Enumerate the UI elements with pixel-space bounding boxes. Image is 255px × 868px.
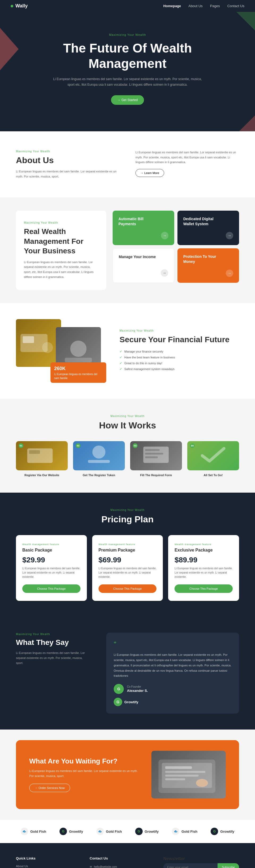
how-step-image-2: 03 — [130, 441, 182, 470]
footer-link-about[interactable]: About Us — [16, 865, 79, 868]
svg-rect-4 — [65, 358, 92, 362]
svg-rect-10 — [145, 449, 160, 451]
newsletter-button[interactable]: Subscribe — [218, 863, 239, 868]
nav-about[interactable]: About Us — [188, 4, 202, 8]
footer-newsletter: Newsletter Subscribe f t in ig — [163, 856, 239, 868]
secure-label: Maximizing Your Wealth — [119, 329, 239, 332]
svg-point-19 — [196, 779, 208, 787]
pricing-desc-2: Li European linguas es membres del sam f… — [174, 566, 233, 579]
check-icon-2: ✓ — [119, 361, 122, 365]
footer-contact-title: Contact Us — [90, 856, 153, 860]
svg-rect-1 — [23, 336, 34, 343]
logo[interactable]: Wally — [11, 3, 28, 9]
how-label: Maximizing Your Wealth — [16, 415, 239, 417]
how-step-label-3: All Set To Go! — [187, 473, 239, 477]
services-grid: Automatic Bill Payments → Dedicated Digi… — [113, 211, 239, 283]
hero-label: Maximizing Your Wealth — [32, 33, 223, 36]
svg-rect-16 — [165, 771, 205, 773]
partner-name-1: Growtify — [69, 830, 83, 834]
service-card-arrow-3: → — [226, 270, 233, 277]
testimonial-left: Maximizing Your Wealth What They Say Li … — [16, 633, 90, 665]
footer-contact: Contact Us ✉ hello@website.com 📍 Riversi… — [90, 856, 153, 868]
check-icon-1: ✓ — [119, 355, 122, 359]
service-card-arrow-2: → — [161, 269, 168, 277]
about-label: Maximizing Your Wealth — [16, 150, 119, 153]
company-icon: G — [114, 698, 122, 706]
check-icon-0: ✓ — [119, 350, 122, 353]
secure-list-item-1: ✓ Have the best team feature in business — [119, 355, 239, 359]
partner-goldfish-2: 🐟 Gold Fish — [172, 828, 197, 835]
secure-list-item-3: ✓ Safest management system nowadays — [119, 367, 239, 371]
footer-email: ✉ hello@website.com — [90, 865, 153, 868]
partner-goldfish-0: 🐟 Gold Fish — [21, 828, 46, 835]
service-card-title-3: Protection To Your Money — [183, 254, 221, 264]
how-it-works-section: Maximizing Your Wealth How It Works 01 R… — [0, 399, 255, 493]
hero-cta-button[interactable]: → Get Started — [111, 95, 144, 105]
how-title: How It Works — [16, 420, 239, 431]
secure-right: Maximizing Your Wealth Secure Your Finan… — [119, 329, 239, 373]
secure-image-1 — [16, 319, 61, 367]
service-card-1[interactable]: Dedicated Digital Wallet System → — [177, 211, 239, 245]
newsletter-form: Subscribe — [163, 863, 239, 868]
newsletter-input[interactable] — [163, 863, 218, 868]
testimonial-author: G Co-Founder Alexander S. — [114, 684, 232, 694]
service-card-arrow-1: → — [226, 232, 233, 239]
services-title: Real Wealth Management For Your Business — [24, 227, 98, 256]
secure-images: 260K Li European linguas es membres del … — [16, 319, 106, 383]
about-cta-button[interactable]: → Learn More — [136, 169, 164, 177]
growtify-icon-2: G — [210, 828, 218, 835]
pricing-card-0: Wealth management feature Basic Package … — [16, 535, 87, 601]
service-card-2[interactable]: Manage Your Income → — [113, 248, 174, 283]
service-card-3[interactable]: Protection To Your Money → — [177, 248, 239, 283]
nav-homepage[interactable]: Homepage — [163, 4, 181, 8]
how-step-label-0: Register Via Our Website — [16, 473, 68, 477]
company-name: Growtify — [124, 700, 138, 704]
pricing-feature-label-0: Wealth management feature — [22, 543, 81, 546]
svg-rect-17 — [165, 775, 199, 777]
cta-left: What Are You Waiting For? Li European li… — [29, 757, 141, 792]
pricing-card-2: Wealth management feature Exclusive Pack… — [168, 535, 239, 601]
growtify-icon-1: G — [135, 828, 143, 835]
pricing-desc-0: Li European linguas es membres del sam f… — [22, 566, 81, 579]
svg-rect-18 — [165, 778, 186, 780]
testimonial-card: " Li European linguas es membres del sam… — [106, 633, 239, 714]
hero-decoration-left — [0, 28, 19, 70]
cta-image — [151, 751, 226, 799]
footer-email-text: hello@website.com — [94, 865, 117, 868]
testimonial-quote: Li European linguas es membres del sam f… — [114, 652, 232, 679]
nav-pages[interactable]: Pages — [210, 4, 220, 8]
cta-button[interactable]: → Order Services Now — [29, 784, 70, 792]
about-left: Maximizing Your Wealth About Us Li Europ… — [16, 150, 119, 179]
cta-description: Li European linguas es membres del sam f… — [29, 769, 141, 778]
how-step-num-3: 04 — [190, 443, 195, 448]
nav-contact[interactable]: Contact Us — [227, 4, 244, 8]
footer-quick-links-title: Quick Links — [16, 856, 79, 860]
how-step-label-2: Fill The Required Form — [130, 473, 182, 477]
hero-decoration-br — [239, 115, 255, 131]
pricing-price-1: $69.99 — [98, 556, 157, 564]
author-info: Co-Founder Alexander S. — [127, 685, 148, 693]
hero-description: Li European linguas es membres del sam f… — [51, 76, 204, 87]
pricing-cta-button-1[interactable]: Choose This Package — [98, 584, 157, 593]
services-section: Maximizing Your Wealth Real Wealth Manag… — [0, 197, 255, 303]
how-step-0: 01 Register Via Our Website — [16, 441, 68, 477]
goldfish-icon-1: 🐟 — [96, 828, 104, 835]
how-step-image-0: 01 — [16, 441, 68, 470]
footer-quick-links: Quick Links About Us Services Pricing Pl… — [16, 856, 79, 868]
svg-point-3 — [70, 341, 86, 357]
about-description: Li European linguas es membres del sam f… — [16, 169, 119, 179]
service-card-0[interactable]: Automatic Bill Payments → — [113, 211, 174, 245]
service-card-title-0: Automatic Bill Payments — [118, 216, 155, 226]
pricing-title: Pricing Plan — [16, 514, 239, 524]
pricing-cta-button-2[interactable]: Choose This Package — [174, 584, 233, 593]
how-step-image-3: 04 — [187, 441, 239, 470]
author-role-label: Co-Founder — [127, 685, 148, 688]
hero-decoration-right — [236, 12, 255, 31]
company-info: G Growtify — [114, 698, 232, 706]
svg-rect-8 — [88, 460, 110, 463]
pricing-price-0: $29.99 — [22, 556, 81, 564]
navbar: Wally Homepage About Us Pages Contact Us — [0, 0, 255, 12]
pricing-card-name-1: Premium Package — [98, 548, 157, 553]
pricing-cards: Wealth management feature Basic Package … — [16, 535, 239, 601]
pricing-cta-button-0[interactable]: Choose This Package — [22, 584, 81, 593]
